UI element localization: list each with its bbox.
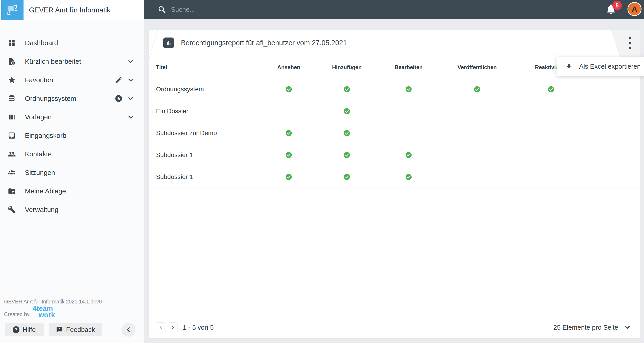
gever-logo-icon — [6, 3, 19, 17]
chevron-down-icon[interactable] — [127, 94, 135, 103]
sidebar-item-favoriten[interactable]: Favoriten — [0, 71, 144, 89]
pagination-range-label: 1 - 5 von 5 — [183, 324, 214, 331]
previous-page-button[interactable] — [156, 323, 166, 332]
wrench-icon — [8, 206, 16, 214]
private-folder-icon — [8, 187, 16, 195]
check-icon — [344, 174, 350, 180]
table-row: Subdossier 1 — [149, 144, 640, 166]
sidebar-item-ordnungssystem[interactable]: Ordnungssystem — [0, 89, 144, 108]
meetings-icon — [8, 169, 16, 177]
brand-line2: work — [33, 312, 55, 318]
sidebar-item-label: Verwaltung — [25, 206, 58, 214]
chevron-right-icon — [170, 325, 176, 330]
help-label: Hilfe — [22, 326, 36, 334]
check-icon — [474, 86, 480, 92]
notifications-button[interactable]: 5 — [605, 3, 619, 17]
search-input[interactable] — [171, 6, 374, 13]
sidebar-item-label: Eingangskorb — [25, 132, 66, 139]
column-header-hinzufuegen[interactable]: Hinzufügen — [332, 64, 362, 70]
feedback-button[interactable]: Feedback — [49, 323, 102, 336]
sidebar-item-label: Meine Ablage — [25, 187, 66, 195]
sidebar-item-kontakte[interactable]: Kontakte — [0, 145, 144, 163]
created-by-label: Created by — [4, 311, 30, 318]
dashboard-grid-icon — [8, 39, 16, 47]
sidebar-header: GEVER Amt für Informatik — [0, 0, 144, 20]
star-circle-icon[interactable] — [115, 94, 123, 103]
avatar[interactable]: A — [628, 2, 642, 16]
row-title[interactable]: Subdossier 1 — [156, 173, 193, 181]
chevron-down-icon[interactable] — [127, 57, 135, 65]
chevron-left-icon — [158, 325, 164, 330]
column-header-bearbeiten[interactable]: Bearbeiten — [394, 64, 422, 70]
pencil-icon[interactable] — [115, 76, 123, 84]
sidebar-item-label: Kontakte — [25, 150, 52, 158]
recent-document-icon — [8, 57, 16, 65]
sidebar-item-dashboard[interactable]: Dashboard — [0, 34, 144, 52]
report-header: Berechtigungsreport für afi_benutzer vom… — [149, 30, 640, 56]
export-menu-item[interactable]: Als Excel exportieren — [556, 57, 644, 76]
help-button[interactable]: ? Hilfe — [5, 323, 44, 336]
check-icon — [406, 86, 412, 92]
feedback-label: Feedback — [66, 326, 95, 334]
per-page-select[interactable]: 25 Elemente pro Seite — [553, 323, 631, 332]
check-icon — [406, 152, 412, 158]
app-logo[interactable] — [1, 0, 24, 20]
row-title[interactable]: Ein Dossier — [156, 108, 188, 115]
contacts-icon — [8, 150, 16, 158]
star-icon — [8, 76, 16, 84]
sidebar-item-kuerzlich-bearbeitet[interactable]: Kürzlich bearbeitet — [0, 52, 144, 70]
column-header-ansehen[interactable]: Ansehen — [277, 64, 300, 70]
download-icon — [565, 63, 573, 70]
chevron-down-icon[interactable] — [127, 113, 135, 121]
pagination: 1 - 5 von 5 — [156, 323, 214, 332]
feedback-icon — [56, 326, 63, 333]
sidebar-item-verwaltung[interactable]: Verwaltung — [0, 201, 144, 219]
table-row: Ein Dossier — [149, 100, 640, 122]
sidebar-item-eingangskorb[interactable]: Eingangskorb — [0, 127, 144, 145]
sidebar-item-label: Favoriten — [25, 76, 53, 84]
check-icon — [286, 86, 292, 92]
4teamwork-logo[interactable]: 4team work — [33, 306, 55, 318]
table-row: Subdossier zur Demo — [149, 122, 640, 144]
check-icon — [548, 86, 554, 92]
chevron-down-icon — [624, 324, 631, 331]
sidebar-item-sitzungen[interactable]: Sitzungen — [0, 164, 144, 182]
sidebar-item-label: Vorlagen — [25, 113, 52, 121]
row-title[interactable]: Subdossier zur Demo — [156, 129, 217, 137]
column-header-titel[interactable]: Titel — [156, 64, 167, 70]
check-icon — [344, 130, 350, 136]
app-title: GEVER Amt für Informatik — [29, 6, 110, 14]
sidebar-item-label: Dashboard — [25, 39, 58, 47]
export-menu-label: Als Excel exportieren — [579, 63, 640, 70]
per-page-label: 25 Elemente pro Seite — [553, 324, 618, 331]
chevron-left-icon — [124, 326, 132, 334]
top-bar: 5 A — [144, 0, 644, 19]
sidebar: GEVER Amt für Informatik Dashboard Kürzl… — [0, 0, 144, 343]
help-icon: ? — [13, 326, 20, 333]
sidebar-collapse-button[interactable] — [122, 323, 136, 337]
sidebar-item-label: Ordnungssystem — [25, 95, 76, 102]
search-icon — [158, 5, 166, 13]
table-body: OrdnungssystemEin DossierSubdossier zur … — [149, 78, 640, 188]
sidebar-item-meine-ablage[interactable]: Meine Ablage — [0, 182, 144, 200]
chevron-down-icon[interactable] — [127, 76, 135, 84]
global-search[interactable] — [158, 5, 644, 13]
row-title[interactable]: Subdossier 1 — [156, 151, 193, 159]
next-page-button[interactable] — [168, 323, 178, 332]
sidebar-item-label: Kürzlich bearbeitet — [25, 58, 81, 65]
kebab-menu-button[interactable] — [624, 37, 636, 49]
sidebar-item-label: Sitzungen — [25, 169, 55, 176]
notification-badge: 5 — [612, 1, 622, 10]
app-version: GEVER Amt für Informatik 2021.14.1.dev0 — [4, 299, 102, 305]
table-row: Subdossier 1 — [149, 166, 640, 188]
row-title[interactable]: Ordnungssystem — [156, 86, 204, 93]
templates-icon — [8, 113, 16, 121]
check-icon — [406, 174, 412, 180]
inbox-icon — [8, 131, 16, 140]
report-card: Berechtigungsreport für afi_benutzer vom… — [149, 30, 640, 338]
column-header-veroeffentlichen[interactable]: Veröffentlichen — [458, 64, 496, 70]
sidebar-item-vorlagen[interactable]: Vorlagen — [0, 108, 144, 126]
check-icon — [344, 152, 350, 158]
check-icon — [286, 152, 292, 158]
table-row: Ordnungssystem — [149, 78, 640, 100]
